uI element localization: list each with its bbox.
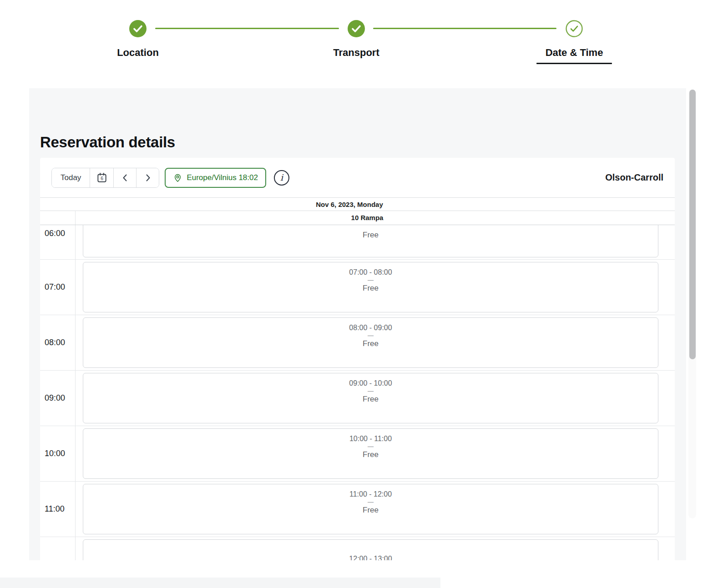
slot-range: 10:00 - 11:00 [83,434,658,443]
slot-dash: — [83,388,658,394]
slot-dash: — [83,499,658,505]
free-slot[interactable]: Free [83,225,658,257]
active-step-underline [536,63,612,64]
time-label: 11:00 [45,504,65,514]
slot-range: 08:00 - 09:00 [83,323,658,332]
chevron-right-icon [143,173,153,183]
next-button[interactable] [136,168,159,187]
step-label: Location [83,47,192,59]
time-gutter-cell [40,537,76,560]
date-header-row: Nov 6, 2023, Monday [40,197,675,211]
slot-cell: Free [76,225,675,259]
time-gutter-header [40,211,76,225]
calendar-toolbar: Today 6 [40,158,675,197]
slot-status: Free [83,394,658,404]
step-label: Transport [302,47,411,59]
page-title: Reservation details [40,134,175,151]
time-gutter-cell: 09:00 [40,371,76,426]
calendar-row: 11:0011:00 - 12:00—Free [40,482,675,537]
free-slot[interactable]: 12:00 - 13:00 [83,539,658,560]
slot-status: Free [83,230,658,240]
timezone-button[interactable]: Europe/Vilnius 18:02 [165,168,266,188]
reservation-panel: Reservation details Today 6 [29,88,686,560]
date-header: Nov 6, 2023, Monday [40,198,659,211]
slot-cell: 11:00 - 12:00—Free [76,482,675,537]
slot-cell: 08:00 - 09:00—Free [76,315,675,370]
info-icon: i [280,173,283,182]
time-label: 08:00 [45,338,65,347]
slot-dash: — [83,443,658,450]
calendar-icon-day: 6 [101,176,103,181]
slot-dash: — [83,277,658,283]
slot-range: 12:00 - 13:00 [83,554,658,560]
calendar-icon: 6 [96,172,108,184]
calendar-row: 06:00Free [40,225,675,260]
stepper: Location Transport Date & Time [0,0,728,73]
time-label: 06:00 [45,229,65,238]
date-picker-button[interactable]: 6 [90,168,113,187]
slot-dash: — [83,332,658,339]
today-button[interactable]: Today [52,168,90,187]
info-button[interactable]: i [274,170,289,186]
calendar-row: 12:00 - 13:00 [40,537,675,560]
time-gutter-cell: 06:00 [40,225,76,259]
free-slot[interactable]: 09:00 - 10:00—Free [83,373,658,423]
org-name: Olson-Carroll [605,172,663,183]
vertical-scrollbar-thumb[interactable] [689,90,696,359]
time-gutter-cell: 10:00 [40,426,76,481]
step-transport[interactable]: Transport [302,20,411,59]
time-label: 10:00 [45,449,65,458]
free-slot[interactable]: 11:00 - 12:00—Free [83,484,658,534]
time-label: 09:00 [45,393,65,403]
step-location[interactable]: Location [83,20,192,59]
calendar-row: 08:0008:00 - 09:00—Free [40,315,675,371]
slot-cell: 07:00 - 08:00—Free [76,260,675,315]
slot-status: Free [83,505,658,515]
free-slot[interactable]: 07:00 - 08:00—Free [83,262,658,312]
check-circle-icon [129,20,147,37]
timezone-label: Europe/Vilnius 18:02 [187,173,258,182]
slot-range: 11:00 - 12:00 [83,490,658,499]
calendar-row: 10:0010:00 - 11:00—Free [40,426,675,482]
calendar-grid: 06:00Free07:0007:00 - 08:00—Free08:0008:… [40,225,675,560]
check-circle-outline-icon [566,20,583,37]
slot-cell: 09:00 - 10:00—Free [76,371,675,426]
slot-cell: 12:00 - 13:00 [76,537,675,560]
chevron-left-icon [120,173,130,183]
prev-button[interactable] [113,168,136,187]
slot-status: Free [83,283,658,293]
time-label: 07:00 [45,282,65,292]
slot-range: 09:00 - 10:00 [83,379,658,388]
step-date-time[interactable]: Date & Time [520,20,629,64]
nav-button-group: Today 6 [51,168,159,188]
free-slot[interactable]: 08:00 - 09:00—Free [83,317,658,368]
calendar-card: Today 6 [40,158,675,560]
page: Location Transport Date & Time Reservati… [0,0,728,588]
slot-cell: 10:00 - 11:00—Free [76,426,675,481]
horizontal-scrollbar[interactable] [0,578,440,588]
time-gutter-cell: 11:00 [40,482,76,537]
column-header: 10 Rampa [76,211,659,225]
free-slot[interactable]: 10:00 - 11:00—Free [83,428,658,479]
location-pin-icon [173,173,182,182]
slot-status: Free [83,339,658,349]
time-gutter-cell: 08:00 [40,315,76,370]
column-header-row: 10 Rampa [40,211,675,225]
calendar-row: 07:0007:00 - 08:00—Free [40,260,675,315]
slot-range: 07:00 - 08:00 [83,268,658,277]
time-gutter-cell: 07:00 [40,260,76,315]
check-circle-icon [348,20,365,37]
slot-status: Free [83,450,658,460]
step-label: Date & Time [520,47,629,59]
calendar-row: 09:0009:00 - 10:00—Free [40,371,675,426]
